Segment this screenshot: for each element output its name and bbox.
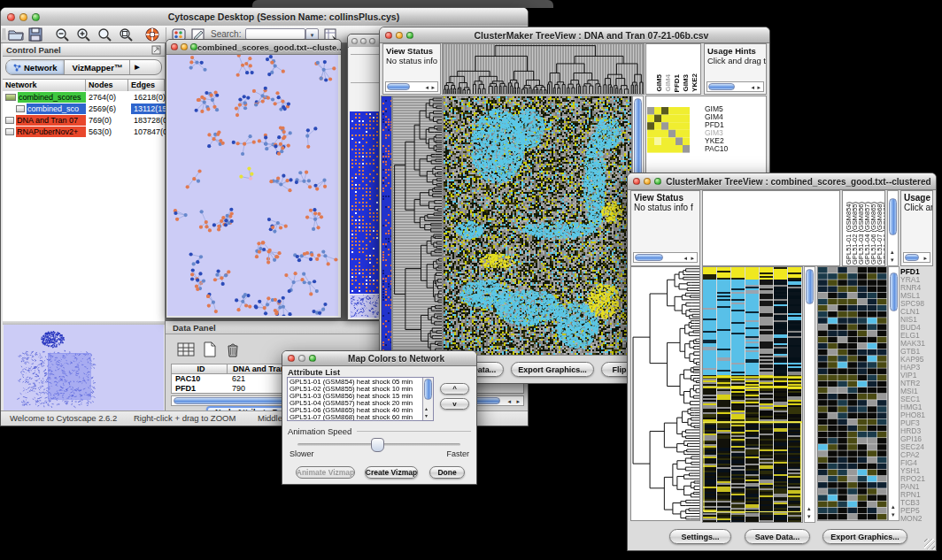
tv2-global-heatmap-canvas[interactable] <box>702 266 803 523</box>
zoom-button[interactable] <box>369 38 375 44</box>
attribute-item[interactable]: GPL51-07 (GSM868) heat shock 60 min <box>290 414 431 421</box>
network-tree-empty-area[interactable] <box>3 139 165 322</box>
tv1-column-dendrogram[interactable] <box>442 43 645 95</box>
animation-speed-label: Animation Speed <box>288 426 351 436</box>
tv1-heatmap-canvas[interactable] <box>443 96 632 356</box>
gene-label[interactable]: PAC10 <box>705 145 728 153</box>
minimize-button[interactable] <box>19 13 27 21</box>
main-title-bar[interactable]: Cytoscape Desktop (Session Name: collins… <box>1 8 528 27</box>
minimize-button[interactable] <box>396 32 403 39</box>
network-table-header[interactable]: Network Nodes Edges <box>3 79 165 92</box>
float-panel-icon[interactable] <box>151 45 161 55</box>
move-up-button[interactable]: ^ <box>440 383 469 395</box>
zoom-region-icon[interactable] <box>97 27 112 42</box>
tv2-global-vscrollbar[interactable]: ▴ ▾ <box>804 266 815 523</box>
gene-label[interactable]: MON2 <box>900 515 934 523</box>
tv2-status-hscrollbar[interactable]: ◂ ▸ <box>633 252 698 263</box>
tv2-hints-hscroll-thumb[interactable] <box>905 254 919 261</box>
tv2-global-vscroll-thumb[interactable] <box>806 269 814 304</box>
tv2-collabel-vscrollbar[interactable]: ▴ ▾ <box>887 190 899 266</box>
tv2-rowtree-canvas <box>631 267 699 520</box>
done-button[interactable]: Done <box>429 466 465 479</box>
main-window-title: Cytoscape Desktop (Session Name: collins… <box>40 12 528 22</box>
network-view-title-bar[interactable]: combined_scores_good.txt--cluste... <box>166 40 341 55</box>
network-table-row[interactable]: DNA and Tran 07 769(0) 183728(0) <box>3 114 165 126</box>
new-document-icon[interactable] <box>201 341 219 358</box>
tv1-hints-hscroll-thumb[interactable] <box>708 83 735 90</box>
minimize-button[interactable] <box>644 178 651 185</box>
tv2-collabel-vscroll-thumb[interactable] <box>889 198 897 235</box>
zoom-button[interactable] <box>190 43 197 50</box>
tv1-mini-heatmap-canvas[interactable] <box>647 107 690 153</box>
treeview2-title-bar[interactable]: ClusterMaker TreeView : combined_scores_… <box>628 173 936 190</box>
tv1-export-graphics-button[interactable]: Export Graphics... <box>511 362 594 377</box>
zoom-fit-icon[interactable] <box>118 27 134 42</box>
tv1-gene-list[interactable]: GIM5GIM4PFD1GIM3YKE2PAC10 <box>705 105 728 153</box>
tv2-zoom-heatmap-canvas[interactable] <box>817 266 888 521</box>
tv2-zoom-vscrollbar[interactable]: ▴ ▾ <box>888 266 900 521</box>
tab-vizmapper[interactable]: VizMapper™ <box>64 60 129 74</box>
minimize-button[interactable] <box>181 43 188 50</box>
network-table-row[interactable]: combined_sco 2569(6) 13112(15) <box>3 103 165 114</box>
treeview1-title-bar[interactable]: ClusterMaker TreeView : DNA and Tran 07-… <box>380 27 769 43</box>
tv2-export-graphics-button[interactable]: Export Graphics... <box>822 529 907 544</box>
tv2-column-tree-panel[interactable] <box>702 190 840 266</box>
tv2-zoom-vscroll-thumb[interactable] <box>890 272 898 311</box>
attribute-list-vscroll-thumb[interactable] <box>424 379 432 400</box>
move-down-button[interactable]: v <box>440 398 469 410</box>
minimize-button[interactable] <box>360 38 367 44</box>
faster-label: Faster <box>446 449 469 458</box>
zoom-in-icon[interactable] <box>75 27 91 42</box>
control-panel-tabs: Network VizMapper™ ▶ <box>5 59 162 75</box>
table-grid-icon[interactable] <box>176 341 196 358</box>
tv2-settings-button[interactable]: Settings... <box>669 529 731 544</box>
tab-network[interactable]: Network <box>6 60 64 74</box>
tv1-column-labels-panel[interactable]: GIM5GIM4PFD1GIM3YKE2PAC10 <box>645 43 701 95</box>
network-canvas[interactable] <box>167 55 338 316</box>
create-vizmap-button[interactable]: Create Vizmap <box>365 466 418 479</box>
network-table-row[interactable]: combined_scores 2764(0) 16218(0) <box>3 91 165 103</box>
trash-icon[interactable] <box>224 341 242 358</box>
tv2-status-hscroll-thumb[interactable] <box>635 254 663 261</box>
minimize-button[interactable] <box>298 355 305 362</box>
birdseye-view-canvas[interactable] <box>4 325 164 410</box>
tv2-column-labels-panel[interactable]: GPL51-01 (GSM854)GPL51-02 (GSM855)GPL51-… <box>842 190 885 266</box>
toolbar-grip[interactable] <box>3 28 5 40</box>
tv2-row-dendrogram[interactable] <box>630 266 700 521</box>
tv2-view-status-panel: View Status No status info f ◂ ▸ <box>630 190 700 266</box>
map-colors-dialog: Map Colors to Network Attribute List GPL… <box>282 350 477 485</box>
tv1-hints-hscrollbar[interactable]: ◂ ▸ <box>706 81 764 92</box>
close-button[interactable] <box>385 32 392 39</box>
animation-speed-slider-thumb[interactable] <box>371 438 384 452</box>
tv1-global-strip-canvas[interactable] <box>381 96 392 356</box>
zoom-button[interactable] <box>654 178 661 185</box>
close-button[interactable] <box>288 355 295 362</box>
tv1-row-dendrogram[interactable] <box>392 96 443 356</box>
help-lifebuoy-icon[interactable] <box>144 27 160 42</box>
zoom-out-icon[interactable] <box>54 27 70 42</box>
network-table-row[interactable]: RNAPuberNov2+ 563(0) 107847(0) <box>3 126 165 137</box>
status-welcome: Welcome to Cytoscape 2.6.2 <box>10 413 117 423</box>
zoom-button[interactable] <box>309 355 316 362</box>
zoom-button[interactable] <box>406 32 413 39</box>
window-controls[interactable] <box>1 13 40 21</box>
tv2-save-data-button[interactable]: Save Data... <box>745 529 810 544</box>
close-button[interactable] <box>351 38 358 44</box>
dialog-title-bar[interactable]: Map Colors to Network <box>282 351 476 366</box>
resize-grip[interactable] <box>924 539 935 549</box>
save-icon[interactable] <box>27 27 43 42</box>
open-folder-icon[interactable] <box>8 27 24 42</box>
tv1-status-hscrollbar[interactable]: ◂ ▸ <box>385 81 438 92</box>
close-button[interactable] <box>7 13 15 21</box>
attribute-list-vscrollbar[interactable]: ▴ ▾ <box>422 378 433 420</box>
tv1-status-hscroll-thumb[interactable] <box>387 83 410 90</box>
tab-more-button[interactable]: ▶ <box>129 60 143 74</box>
zoom-button[interactable] <box>32 13 40 21</box>
tv2-hints-hscrollbar[interactable]: ▸ <box>903 252 930 263</box>
treeview1-title: ClusterMaker TreeView : DNA and Tran 07-… <box>413 30 769 41</box>
animate-vizmap-button[interactable]: Animate Vizmap <box>296 466 355 479</box>
close-button[interactable] <box>171 43 178 50</box>
close-button[interactable] <box>633 178 640 185</box>
tv2-gene-list[interactable]: PFD1YRA1RNR4MSL1SPC98CLN1NIS1BUD4ELG1MAK… <box>900 268 934 523</box>
attribute-listbox[interactable]: GPL51-01 (GSM854) heat shock 05 minGPL51… <box>287 377 434 421</box>
